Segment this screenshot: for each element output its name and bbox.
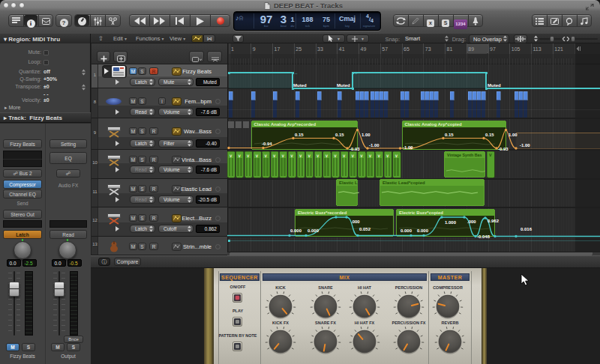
svg-text:1.00: 1.00 [508,133,518,137]
svg-text:∨: ∨ [273,154,276,158]
svg-text:0.000: 0.000 [290,228,302,233]
svg-text:81: 81 [447,46,453,52]
svg-text:.000: .000 [467,219,476,224]
svg-text:∨: ∨ [238,154,241,158]
svg-text:Classic Analog Arp*copied: Classic Analog Arp*copied [405,122,463,127]
svg-text:33: 33 [317,46,323,52]
svg-text:∨: ∨ [281,154,284,158]
svg-text:1.00: 1.00 [362,133,370,137]
svg-text:121: 121 [554,46,563,52]
svg-text:-1.00: -1.00 [520,143,530,148]
svg-text:0.15: 0.15 [295,133,304,137]
svg-text:Vintage Synth Bas: Vintage Synth Bas [447,153,482,157]
svg-text:0.15: 0.15 [485,133,494,137]
svg-text:∨: ∨ [343,154,346,158]
svg-text:--: -- [355,71,358,76]
svg-text:0.962: 0.962 [488,219,500,223]
svg-text:∨: ∨ [334,154,337,158]
svg-text:∨: ∨ [308,154,310,158]
svg-text:89: 89 [468,46,474,52]
svg-text:∨: ∨ [377,154,380,158]
svg-text:1: 1 [231,46,234,52]
svg-text:V: V [489,153,492,157]
svg-text:∨: ∨ [360,154,363,158]
svg-text:41: 41 [339,46,345,52]
svg-text:∨: ∨ [316,154,320,158]
svg-text:-0.048: -0.048 [477,234,490,239]
svg-text:9: 9 [253,46,256,52]
svg-text:-1.00: -1.00 [369,143,380,148]
svg-text:∨: ∨ [351,154,354,158]
svg-text:Muted: Muted [293,83,307,88]
svg-text:∨: ∨ [247,154,250,158]
svg-text:Classic Analog Arp*recorded: Classic Analog Arp*recorded [254,122,316,127]
svg-text:25: 25 [296,46,302,52]
svg-text:-0.93: -0.93 [350,147,360,151]
svg-text:∨: ∨ [264,154,267,158]
svg-text:∨: ∨ [325,154,328,158]
svg-text:∨: ∨ [229,154,232,158]
svg-text:.000: .000 [351,219,360,224]
svg-text:-1.00: -1.00 [403,145,413,150]
svg-text:∨: ∨ [290,154,293,158]
svg-text:Electric Buzz*copied: Electric Buzz*copied [399,210,443,215]
svg-text:0.15: 0.15 [335,133,344,137]
svg-text:∨: ∨ [255,154,258,158]
svg-text:73: 73 [425,46,431,52]
svg-text:Electric Buzz*recorded: Electric Buzz*recorded [298,210,347,215]
svg-text:∨: ∨ [394,154,398,158]
svg-text:49: 49 [361,46,367,52]
svg-text:∨: ∨ [386,154,389,158]
svg-text:∨: ∨ [298,154,302,158]
svg-text:0.016: 0.016 [520,227,532,231]
svg-text:1.000: 1.000 [445,220,457,225]
svg-text:0.000: 0.000 [400,228,412,233]
svg-text:57: 57 [382,46,388,52]
svg-text:∨: ∨ [368,154,371,158]
svg-text:--: -- [295,71,298,76]
svg-text:0.15: 0.15 [445,133,454,137]
svg-text:105: 105 [512,46,520,52]
svg-text:97: 97 [490,46,496,52]
svg-text:Muted: Muted [488,83,501,88]
svg-text:65: 65 [404,46,410,52]
svg-text:Elastic L: Elastic L [339,181,358,185]
svg-text:-0.93: -0.93 [498,147,508,151]
svg-text:Elastic Lead*copied: Elastic Lead*copied [382,181,425,185]
svg-text:113: 113 [533,46,542,52]
svg-text:Muted: Muted [337,83,350,88]
svg-text:17: 17 [274,46,280,52]
